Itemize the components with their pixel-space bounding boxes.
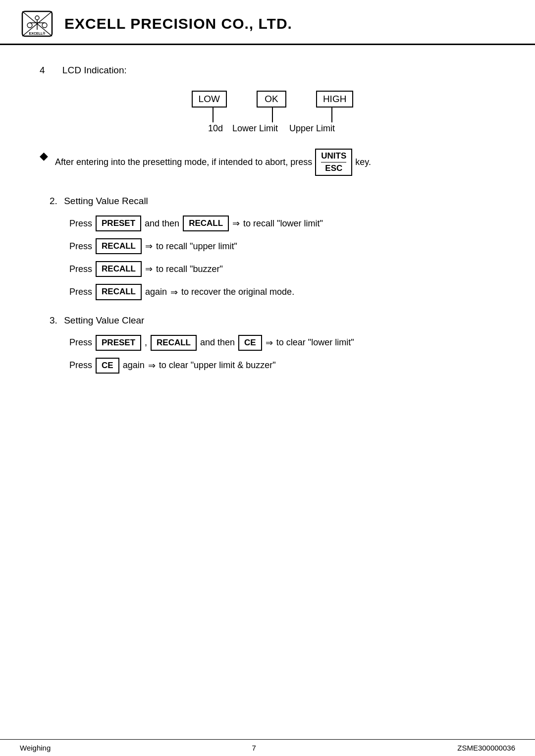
section4-number: 4 bbox=[40, 65, 45, 75]
recall-suffix-3: to recall "buzzer" bbox=[156, 264, 223, 274]
page-header: EXCELL® EXCELL PRECISION CO., LTD. bbox=[0, 0, 535, 45]
lcd-diagram: LOW OK HIGH 10d Lower Limit Upp bbox=[40, 91, 505, 134]
section3-title: 3. Setting Value Clear bbox=[50, 315, 505, 326]
preset-key-2: PRESET bbox=[96, 335, 141, 351]
lcd-ok-line bbox=[272, 108, 273, 122]
recall-suffix-4: to recover the original mode. bbox=[181, 287, 294, 297]
page-footer: Weighing 7 ZSME300000036 bbox=[0, 739, 535, 756]
recall-key-2: RECALL bbox=[96, 238, 142, 254]
section2-line4: Press RECALL again ⇒ to recover the orig… bbox=[69, 284, 505, 300]
bullet-text-before: After entering into the presetting mode,… bbox=[55, 155, 312, 169]
press-text-5: Press bbox=[69, 337, 92, 348]
arrow-3: ⇒ bbox=[145, 264, 153, 274]
lcd-lower-label: Lower Limit bbox=[225, 123, 285, 134]
esc-key-line2: ESC bbox=[325, 162, 342, 174]
section3-line1: Press PRESET , RECALL and then CE ⇒ to c… bbox=[69, 335, 505, 351]
clear-suffix-1: to clear "lower limit" bbox=[276, 337, 354, 348]
recall-suffix-1: to recall "lower limit" bbox=[243, 218, 323, 229]
section4-label: LCD Indication: bbox=[62, 65, 127, 75]
ce-key-2: CE bbox=[96, 358, 119, 374]
lcd-high-box: HIGH bbox=[316, 91, 354, 108]
section2-line1: Press PRESET and then RECALL ⇒ to recall… bbox=[69, 216, 505, 231]
page-container: EXCELL® EXCELL PRECISION CO., LTD. 4 LCD… bbox=[0, 0, 535, 756]
excell-logo: EXCELL® bbox=[20, 9, 54, 39]
section2: 2. Setting Value Recall Press PRESET and… bbox=[40, 196, 505, 300]
recall-key-1: RECALL bbox=[183, 216, 229, 231]
press-text-1: Press bbox=[69, 218, 92, 229]
lcd-ok-box: OK bbox=[257, 91, 286, 108]
footer-right: ZSME300000036 bbox=[457, 744, 515, 752]
units-key-line1: UNITS bbox=[321, 151, 346, 162]
section3: 3. Setting Value Clear Press PRESET , RE… bbox=[40, 315, 505, 374]
press-text-3: Press bbox=[69, 264, 92, 274]
clear-suffix-2: to clear "upper limit & buzzer" bbox=[159, 360, 276, 371]
arrow-5: ⇒ bbox=[266, 337, 273, 348]
company-name: EXCELL PRECISION CO., LTD. bbox=[64, 15, 292, 32]
logo-area: EXCELL® bbox=[20, 9, 54, 39]
press-text-2: Press bbox=[69, 241, 92, 252]
arrow-4: ⇒ bbox=[170, 287, 178, 298]
section3-line2: Press CE again ⇒ to clear "upper limit &… bbox=[69, 358, 505, 374]
svg-point-8 bbox=[27, 23, 32, 28]
recall-key-5: RECALL bbox=[151, 335, 197, 351]
lcd-high-line bbox=[331, 108, 332, 122]
arrow-2: ⇒ bbox=[145, 241, 153, 252]
svg-point-5 bbox=[35, 16, 39, 20]
preset-key-1: PRESET bbox=[96, 216, 141, 231]
and-then-text-2: and then bbox=[200, 337, 235, 348]
section2-line2: Press RECALL ⇒ to recall "upper limit" bbox=[69, 238, 505, 254]
section4-heading: 4 LCD Indication: bbox=[40, 65, 505, 76]
svg-text:EXCELL®: EXCELL® bbox=[29, 32, 46, 35]
footer-left: Weighing bbox=[20, 744, 51, 752]
bullet-diamond: ◆ bbox=[40, 150, 48, 162]
again-text-1: again bbox=[145, 287, 167, 297]
arrow-6: ⇒ bbox=[148, 360, 156, 371]
section2-line3: Press RECALL ⇒ to recall "buzzer" bbox=[69, 261, 505, 277]
recall-key-3: RECALL bbox=[96, 261, 142, 277]
and-then-text-1: and then bbox=[145, 218, 179, 229]
recall-suffix-2: to recall "upper limit" bbox=[156, 241, 237, 252]
units-esc-key: UNITS ESC bbox=[315, 149, 352, 176]
again-text-2: again bbox=[123, 360, 145, 371]
press-text-6: Press bbox=[69, 360, 92, 371]
recall-key-4: RECALL bbox=[96, 284, 142, 300]
lcd-10d-label: 10d bbox=[206, 123, 225, 134]
bullet-text-content: After entering into the presetting mode,… bbox=[55, 149, 371, 176]
lcd-low-box: LOW bbox=[192, 91, 227, 108]
svg-point-9 bbox=[42, 23, 47, 28]
arrow-1: ⇒ bbox=[232, 218, 240, 229]
comma-sep: , bbox=[145, 337, 147, 348]
section2-title: 2. Setting Value Recall bbox=[50, 196, 505, 207]
press-text-4: Press bbox=[69, 287, 92, 297]
bullet-section: ◆ After entering into the presetting mod… bbox=[40, 149, 505, 176]
lcd-low-line bbox=[213, 108, 214, 122]
bullet-text-after: key. bbox=[355, 155, 371, 169]
ce-key-1: CE bbox=[238, 335, 262, 351]
lcd-upper-label: Upper Limit bbox=[285, 123, 339, 134]
main-content: 4 LCD Indication: LOW OK HIGH bbox=[0, 45, 535, 398]
footer-center: 7 bbox=[252, 744, 256, 752]
